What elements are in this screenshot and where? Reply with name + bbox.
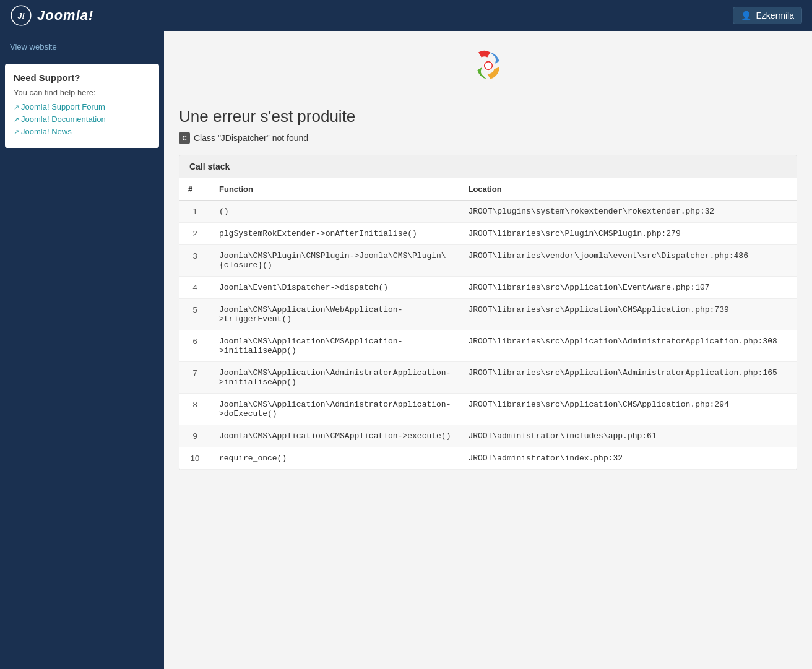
main-content: Une erreur s'est produite C Class "JDisp… — [164, 31, 812, 669]
table-row: 10require_once()JROOT\administrator\inde… — [179, 447, 797, 470]
cell-function: Joomla\CMS\Application\CMSApplication->i… — [210, 330, 459, 362]
brand-text: Joomla! — [37, 7, 93, 24]
cell-function: Joomla\CMS\Application\CMSApplication->e… — [210, 425, 459, 447]
cell-location: JROOT\administrator\includes\app.php:61 — [459, 425, 797, 447]
table-row: 1()JROOT\plugins\system\rokextender\roke… — [179, 201, 797, 223]
support-subtitle: You can find help here: — [14, 88, 150, 97]
cell-function: require_once() — [210, 447, 459, 470]
user-menu-button[interactable]: 👤 Ezkermila — [733, 7, 802, 24]
cell-function: Joomla\Event\Dispatcher->dispatch() — [210, 277, 459, 299]
cell-location: JROOT\plugins\system\rokextender\rokexte… — [459, 201, 797, 223]
user-icon: 👤 — [741, 11, 751, 20]
cell-num: 5 — [179, 299, 210, 330]
cell-num: 6 — [179, 330, 210, 362]
table-row: 7Joomla\CMS\Application\AdministratorApp… — [179, 362, 797, 394]
view-website-link[interactable]: View website — [0, 37, 164, 56]
error-icon: C — [179, 132, 190, 144]
cell-function: Joomla\CMS\Application\AdministratorAppl… — [210, 394, 459, 425]
callstack-section: Call stack # Function Location 1()JROOT\… — [179, 155, 797, 470]
error-title: Une erreur s'est produite — [179, 107, 797, 126]
cell-num: 9 — [179, 425, 210, 447]
table-header-row: # Function Location — [179, 178, 797, 201]
table-row: 2plgSystemRokExtender->onAfterInitialise… — [179, 223, 797, 245]
joomla-nav-icon: J! — [10, 4, 32, 27]
col-header-num: # — [179, 178, 210, 201]
cell-location: JROOT\libraries\vendor\joomla\event\src\… — [459, 245, 797, 277]
cell-function: Joomla\CMS\Application\AdministratorAppl… — [210, 362, 459, 394]
col-header-function: Function — [210, 178, 459, 201]
support-title: Need Support? — [14, 72, 150, 83]
cell-num: 1 — [179, 201, 210, 223]
cell-num: 7 — [179, 362, 210, 394]
navbar-brand: J! Joomla! — [10, 4, 93, 27]
support-box: Need Support? You can find help here: Jo… — [5, 64, 159, 148]
cell-function: () — [210, 201, 459, 223]
cell-num: 3 — [179, 245, 210, 277]
table-row: 5Joomla\CMS\Application\WebApplication->… — [179, 299, 797, 330]
cell-function: Joomla\CMS\Application\WebApplication->t… — [210, 299, 459, 330]
support-news-link[interactable]: Joomla! News — [14, 127, 150, 136]
callstack-header: Call stack — [179, 155, 797, 178]
joomla-logo-icon — [464, 43, 513, 93]
error-class-line: C Class "JDispatcher" not found — [179, 132, 797, 144]
cell-num: 4 — [179, 277, 210, 299]
table-row: 6Joomla\CMS\Application\CMSApplication->… — [179, 330, 797, 362]
cell-function: plgSystemRokExtender->onAfterInitialise(… — [210, 223, 459, 245]
cell-location: JROOT\libraries\src\Plugin\CMSPlugin.php… — [459, 223, 797, 245]
cell-num: 8 — [179, 394, 210, 425]
cell-location: JROOT\libraries\src\Application\Administ… — [459, 362, 797, 394]
table-row: 4Joomla\Event\Dispatcher->dispatch()JROO… — [179, 277, 797, 299]
cell-location: JROOT\libraries\src\Application\CMSAppli… — [459, 299, 797, 330]
svg-text:J!: J! — [17, 11, 25, 20]
cell-location: JROOT\libraries\src\Application\EventAwa… — [459, 277, 797, 299]
error-class-text: Class "JDispatcher" not found — [194, 133, 308, 143]
username-label: Ezkermila — [756, 11, 794, 20]
table-row: 3Joomla\CMS\Plugin\CMSPlugin->Joomla\CMS… — [179, 245, 797, 277]
joomla-center-logo — [179, 43, 797, 95]
col-header-location: Location — [459, 178, 797, 201]
support-forum-link[interactable]: Joomla! Support Forum — [14, 102, 150, 111]
cell-location: JROOT\administrator\index.php:32 — [459, 447, 797, 470]
support-documentation-link[interactable]: Joomla! Documentation — [14, 114, 150, 124]
navbar: J! Joomla! 👤 Ezkermila — [0, 0, 812, 31]
cell-num: 2 — [179, 223, 210, 245]
table-row: 9Joomla\CMS\Application\CMSApplication->… — [179, 425, 797, 447]
cell-location: JROOT\libraries\src\Application\Administ… — [459, 330, 797, 362]
sidebar: View website Need Support? You can find … — [0, 31, 164, 669]
page-layout: View website Need Support? You can find … — [0, 31, 812, 669]
callstack-table: # Function Location 1()JROOT\plugins\sys… — [179, 178, 797, 470]
cell-function: Joomla\CMS\Plugin\CMSPlugin->Joomla\CMS\… — [210, 245, 459, 277]
table-row: 8Joomla\CMS\Application\AdministratorApp… — [179, 394, 797, 425]
cell-location: JROOT\libraries\src\Application\CMSAppli… — [459, 394, 797, 425]
cell-num: 10 — [179, 447, 210, 470]
